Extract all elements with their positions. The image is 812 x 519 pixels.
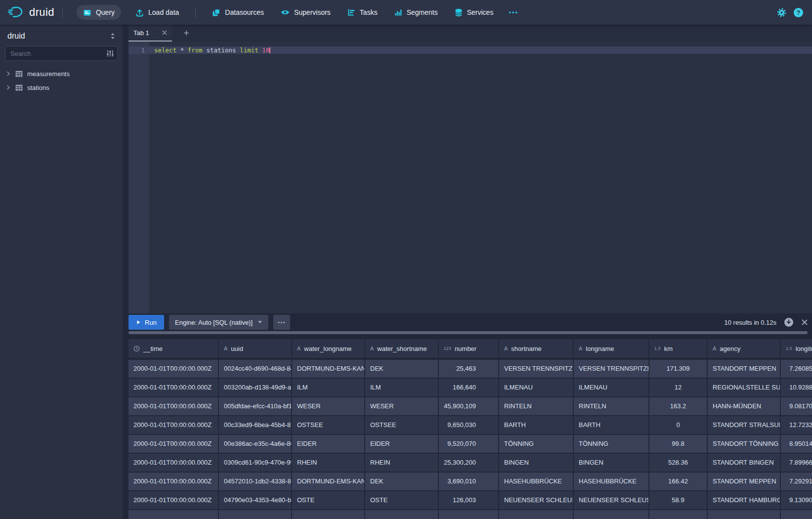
table-cell[interactable]: 9.081704 xyxy=(781,397,812,415)
close-results-button[interactable] xyxy=(801,319,808,326)
table-cell[interactable]: ILM xyxy=(292,379,365,396)
nav-item-datasources[interactable]: Datasources xyxy=(212,8,264,17)
nav-item-services[interactable]: Services xyxy=(455,8,494,17)
table-cell[interactable]: 2000-01-01T00:00:00.000Z xyxy=(128,454,219,472)
table-cell[interactable]: 04790e03-4353-4e80-be xyxy=(219,491,292,509)
column-header-agency[interactable]: Aagency xyxy=(708,339,781,358)
table-cell[interactable]: 9,650,030 xyxy=(439,416,499,434)
table-cell[interactable]: 3,690,010 xyxy=(439,473,499,490)
table-cell[interactable]: BINGEN xyxy=(499,454,574,472)
table-cell[interactable]: VERSEN TRENNSPITZE xyxy=(574,360,649,378)
nav-item-tasks[interactable]: Tasks xyxy=(347,8,378,16)
query-more-button[interactable]: ••• xyxy=(273,315,290,330)
table-cell[interactable]: 8.950149 xyxy=(781,435,812,453)
table-cell[interactable]: 10.928843 xyxy=(781,379,812,396)
table-cell[interactable]: 171.309 xyxy=(649,360,708,378)
table-cell[interactable]: BINGEN xyxy=(574,454,649,472)
engine-select[interactable]: Engine: Auto [SQL (native)] xyxy=(169,315,268,330)
table-cell[interactable]: VERSEN TRENNSPITZE xyxy=(499,360,574,378)
column-header-shortname[interactable]: Ashortname xyxy=(499,339,574,358)
download-button[interactable] xyxy=(784,317,794,327)
table-cell[interactable]: STANDORT MEPPEN xyxy=(708,473,781,490)
table-cell[interactable]: 25,463 xyxy=(439,360,499,378)
table-cell[interactable]: 45,900,109 xyxy=(439,397,499,415)
table-cell[interactable]: 005dfdae-efcc-410a-bf1 xyxy=(219,397,292,415)
table-cell[interactable]: 163.2 xyxy=(649,397,708,415)
table-cell[interactable]: DEK xyxy=(365,473,439,490)
table-cell[interactable] xyxy=(128,510,219,519)
table-cell[interactable]: 528.36 xyxy=(649,454,708,472)
horizontal-scrollbar[interactable] xyxy=(128,331,808,334)
table-cell[interactable]: 12.723226 xyxy=(781,416,812,434)
table-cell[interactable]: RINTELN xyxy=(499,397,574,415)
column-header-water_longname[interactable]: Awater_longname xyxy=(292,339,365,358)
column-header-number[interactable]: 123number xyxy=(439,339,499,358)
help-button[interactable]: ? xyxy=(794,8,803,17)
table-cell[interactable]: RINTELN xyxy=(574,397,649,415)
settings-button[interactable] xyxy=(777,8,786,17)
nav-item-load-data[interactable]: Load data xyxy=(135,8,179,17)
table-cell[interactable] xyxy=(439,510,499,519)
table-cell[interactable] xyxy=(499,510,574,519)
table-cell[interactable]: STANDORT MEPPEN xyxy=(708,360,781,378)
column-header-longname[interactable]: Alongname xyxy=(574,339,649,358)
table-cell[interactable] xyxy=(292,510,365,519)
nav-item-query[interactable]: Query xyxy=(77,5,121,20)
search-input[interactable] xyxy=(5,46,118,61)
column-header-uuid[interactable]: Auuid xyxy=(219,339,292,358)
table-cell[interactable] xyxy=(649,510,708,519)
tree-item-stations[interactable]: stations xyxy=(0,81,123,94)
table-cell[interactable]: EIDER xyxy=(365,435,439,453)
table-cell[interactable]: HANN-MÜNDEN xyxy=(708,397,781,415)
table-cell[interactable]: STANDORT TÖNNING xyxy=(708,435,781,453)
table-cell[interactable]: TÖNNING xyxy=(574,435,649,453)
table-cell[interactable]: ILM xyxy=(365,379,439,396)
table-cell[interactable]: 7.292912 xyxy=(781,473,812,490)
schema-selector-button[interactable] xyxy=(110,33,116,40)
table-cell[interactable]: 2000-01-01T00:00:00.000Z xyxy=(128,360,219,378)
table-cell[interactable]: 00e386ac-e35c-4a6e-80 xyxy=(219,435,292,453)
table-cell[interactable]: 0309cd61-90c9-470e-99 xyxy=(219,454,292,472)
tree-item-measurements[interactable]: measurements xyxy=(0,67,123,81)
table-cell[interactable]: 58.9 xyxy=(649,491,708,509)
table-cell[interactable]: RHEIN xyxy=(292,454,365,472)
table-cell[interactable]: 2000-01-01T00:00:00.000Z xyxy=(128,416,219,434)
table-cell[interactable] xyxy=(574,510,649,519)
table-cell[interactable]: DORTMUND-EMS-KANAL xyxy=(292,473,365,490)
table-cell[interactable]: REGIONALSTELLE SUHL xyxy=(708,379,781,396)
table-cell[interactable]: 7.260856 xyxy=(781,360,812,378)
table-cell[interactable]: HASEHUBBRÜCKE xyxy=(499,473,574,490)
nav-item-segments[interactable]: Segments xyxy=(394,8,438,16)
table-cell[interactable]: 7.899667 xyxy=(781,454,812,472)
table-cell[interactable]: 2000-01-01T00:00:00.000Z xyxy=(128,379,219,396)
tab-tab-1[interactable]: Tab 1 xyxy=(128,25,172,42)
table-cell[interactable]: 2000-01-01T00:00:00.000Z xyxy=(128,397,219,415)
table-cell[interactable]: 99.8 xyxy=(649,435,708,453)
table-cell[interactable]: 0 xyxy=(649,416,708,434)
table-cell[interactable]: 166.42 xyxy=(649,473,708,490)
nav-more-button[interactable]: ••• xyxy=(509,9,518,16)
sql-editor[interactable]: 1 select * from stations limit 10 xyxy=(128,42,812,313)
table-cell[interactable]: 2000-01-01T00:00:00.000Z xyxy=(128,435,219,453)
column-header-water_shortname[interactable]: Awater_shortname xyxy=(365,339,439,358)
table-cell[interactable]: STANDORT STRALSUND xyxy=(708,416,781,434)
table-cell[interactable]: 00c33ed9-6bea-45b4-87 xyxy=(219,416,292,434)
table-cell[interactable]: 126,003 xyxy=(439,491,499,509)
table-cell[interactable]: 166,640 xyxy=(439,379,499,396)
column-header-longitude[interactable]: 1.0longitude xyxy=(781,339,812,358)
nav-item-supervisors[interactable]: Supervisors xyxy=(281,8,331,16)
druid-logo[interactable]: druid xyxy=(7,5,54,19)
table-cell[interactable]: WESER xyxy=(292,397,365,415)
table-cell[interactable]: OSTSEE xyxy=(292,416,365,434)
table-cell[interactable]: ILMENAU xyxy=(574,379,649,396)
table-cell[interactable]: 2000-01-01T00:00:00.000Z xyxy=(128,473,219,490)
table-cell[interactable] xyxy=(781,510,812,519)
table-cell[interactable]: 003200ab-d138-49d9-aa xyxy=(219,379,292,396)
table-cell[interactable] xyxy=(365,510,439,519)
table-cell[interactable]: RHEIN xyxy=(365,454,439,472)
table-cell[interactable]: DEK xyxy=(365,360,439,378)
table-cell[interactable]: STANDORT HAMBURG xyxy=(708,491,781,509)
table-cell[interactable] xyxy=(219,510,292,519)
table-cell[interactable] xyxy=(708,510,781,519)
run-button[interactable]: Run xyxy=(128,315,164,330)
